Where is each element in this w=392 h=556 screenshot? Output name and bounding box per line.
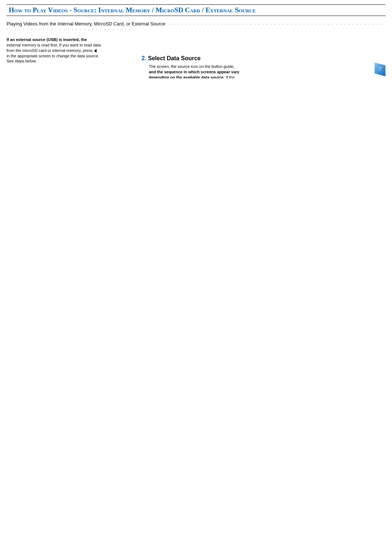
step2-desc: The screen, the source icon on the butto… [142, 64, 240, 78]
intro-text-1: external memory is read first. If you wa… [7, 43, 101, 53]
intro-bold: If an external source (USB) is inserted,… [7, 37, 87, 42]
page-number: 7 [375, 62, 385, 76]
lead-text: Playing Videos from the Internal Memory,… [7, 21, 165, 26]
back-icon [94, 49, 97, 53]
page-title: How to Play Videos - Source: Internal Me… [7, 4, 385, 16]
step2-title: Select Data Source [148, 55, 201, 61]
intro-note: If an external source (USB) is inserted,… [7, 37, 101, 64]
step2-num: 2. [142, 55, 146, 61]
lead-line: Playing Videos from the Internal Memory,… [7, 21, 385, 32]
intro-text-2: in the appropriate screen to change the … [7, 54, 99, 64]
step2-heading: 2. Select Data Source [142, 55, 240, 62]
step2-t1: The screen, the source icon on the butto… [149, 64, 234, 69]
